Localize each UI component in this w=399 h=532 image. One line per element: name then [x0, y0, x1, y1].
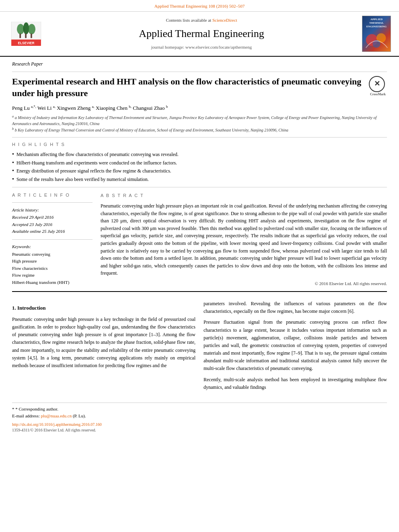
keyword-3: Flow characteristics	[12, 265, 93, 271]
received-date: Received 29 April 2016	[12, 214, 93, 221]
body-right-col: parameters involved. Revealing the influ…	[204, 300, 387, 394]
author-4: Xiaoping Chen b,	[96, 105, 132, 111]
highlight-text-2: Hilbert-Huang transform and experiments …	[16, 160, 177, 166]
top-bar: Applied Thermal Engineering 108 (2016) 5…	[0, 0, 399, 12]
author-5-sup: b	[166, 104, 168, 108]
author-3-sup: a,	[92, 104, 95, 108]
divider-keywords	[12, 239, 93, 240]
bullet-4: •	[12, 177, 14, 182]
journal-cover-image: APPLIEDTHERMALENGINEERING	[362, 16, 391, 52]
divider-body	[12, 291, 387, 292]
paper-title-text: Experimental research and HHT analysis o…	[12, 76, 361, 98]
bullet-1: •	[12, 152, 14, 157]
article-history: Article history: Received 29 April 2016 …	[12, 207, 93, 235]
body-right-para-2: Pressure fluctuation signal from the pne…	[204, 318, 387, 372]
highlight-item-3: • Energy distribution of pressure signal…	[12, 168, 387, 175]
issn-line: 1359-4311/© 2016 Elsevier Ltd. All right…	[12, 427, 387, 433]
bullet-3: •	[12, 168, 14, 174]
body-right-para-1: parameters involved. Revealing the influ…	[204, 300, 387, 315]
body-two-col: 1. Introduction Pneumatic conveying unde…	[12, 300, 387, 394]
highlight-text-3: Energy distribution of pressure signal r…	[16, 168, 171, 175]
corresponding-star: *	[12, 407, 14, 411]
crossmark-label: CrossMark	[369, 92, 387, 97]
body-left-col: 1. Introduction Pneumatic conveying unde…	[12, 300, 195, 394]
affiliation-b: b b Key Laboratory of Energy Thermal Con…	[12, 127, 387, 133]
journal-title: Applied Thermal Engineering	[139, 27, 264, 41]
elsevier-logo-svg: ELSEVIER	[10, 22, 42, 46]
affiliations: a a Ministry of Industry and Information…	[12, 114, 387, 134]
page: Applied Thermal Engineering 108 (2016) 5…	[0, 0, 399, 532]
detected-that: That	[304, 350, 313, 356]
journal-cover-area: APPLIEDTHERMALENGINEERING	[359, 16, 391, 52]
keyword-2: High pressure	[12, 258, 93, 264]
authors-line: Peng Lu a,*, Wei Li a, Xingwen Zheng a, …	[12, 104, 387, 112]
doi-anchor[interactable]: http://dx.doi.org/10.1016/j.applthermale…	[12, 422, 102, 427]
available-date: Available online 25 July 2016	[12, 228, 93, 235]
journal-reference[interactable]: Applied Thermal Engineering 108 (2016) 5…	[154, 4, 245, 8]
highlight-text-4: Some of the results have also been verif…	[16, 176, 149, 183]
crossmark-symbol: ✕	[374, 79, 380, 88]
divider-info	[12, 202, 93, 203]
author-3: Xingwen Zheng a,	[57, 105, 95, 111]
accepted-date: Accepted 23 July 2016	[12, 221, 93, 228]
sciencedirect-anchor[interactable]: ScienceDirect	[212, 18, 237, 23]
author-2-sup: a,	[53, 104, 56, 108]
affiliation-a: a a Ministry of Industry and Information…	[12, 114, 387, 127]
paper-type: Research Paper	[12, 61, 387, 68]
author-5: Changsui Zhao b	[133, 105, 168, 111]
author-4-sup: b,	[129, 104, 132, 108]
svg-rect-6	[31, 34, 32, 38]
svg-text:ELSEVIER: ELSEVIER	[18, 41, 34, 45]
article-info-col: A R T I C L E I N F O Article history: R…	[12, 192, 93, 287]
highlight-item-1: • Mechanism affecting the flow character…	[12, 151, 387, 158]
email-link[interactable]: plu@nuaa.edu.cn	[41, 413, 72, 418]
body-right-para-3: Recently, multi-scale analysis method ha…	[204, 376, 387, 391]
author-2: Wei Li a,	[37, 105, 56, 111]
journal-homepage: journal homepage: www.elsevier.com/locat…	[151, 44, 252, 50]
main-content: Research Paper Experimental research and…	[0, 57, 399, 437]
keyword-4: Flow regime	[12, 272, 93, 278]
highlight-text-1: Mechanism affecting the flow characteris…	[16, 151, 179, 158]
highlight-item-4: • Some of the results have also been ver…	[12, 176, 387, 183]
abstract-header: A B S T R A C T	[101, 192, 387, 199]
body-left-para-1: Pneumatic conveying under high pressure …	[12, 316, 195, 370]
svg-rect-4	[19, 34, 21, 38]
highlights-list: • Mechanism affecting the flow character…	[12, 151, 387, 183]
svg-point-1	[17, 24, 24, 35]
article-abstract-row: A R T I C L E I N F O Article history: R…	[12, 192, 387, 287]
email-note: E-mail address: plu@nuaa.edu.cn (P. Lu).	[12, 413, 387, 419]
keywords-section: Keywords: Pneumatic conveying High press…	[12, 244, 93, 286]
body-section: 1. Introduction Pneumatic conveying unde…	[12, 300, 387, 394]
history-label: Article history:	[12, 207, 93, 214]
divider-2	[12, 137, 387, 138]
section-1-title: 1. Introduction	[12, 304, 195, 312]
abstract-text: Pneumatic conveying under high pressure …	[101, 202, 387, 277]
crossmark-circle: ✕	[369, 76, 385, 92]
highlights-section: H I G H L I G H T S • Mechanism affectin…	[12, 142, 387, 183]
journal-info-center: Contents lists available at ScienceDirec…	[48, 16, 355, 52]
crossmark-badge: ✕ CrossMark	[369, 76, 387, 94]
elsevier-logo-area: ELSEVIER	[8, 16, 44, 52]
author-1: Peng Lu a,*,	[12, 105, 36, 111]
footnote-area: * * Corresponding author. E-mail address…	[12, 403, 387, 433]
highlights-header: H I G H L I G H T S	[12, 142, 387, 148]
keywords-header: Keywords:	[12, 244, 93, 250]
cover-title-text: APPLIEDTHERMALENGINEERING	[366, 18, 387, 29]
copyright-text: © 2016 Elsevier Ltd. All rights reserved…	[101, 280, 387, 287]
cover-decoration	[364, 30, 389, 50]
sciencedirect-link: Contents lists available at ScienceDirec…	[166, 17, 237, 23]
article-info-header: A R T I C L E I N F O	[12, 192, 93, 198]
author-1-sup: a,*,	[31, 104, 36, 108]
keyword-5: Hilbert-Huang transform (HHT)	[12, 279, 93, 286]
divider-1	[12, 72, 387, 72]
keyword-1: Pneumatic conveying	[12, 251, 93, 257]
detected-the: the	[161, 363, 167, 368]
svg-rect-5	[25, 34, 27, 38]
corresponding-author-note: * * Corresponding author.	[12, 406, 387, 412]
svg-point-3	[28, 24, 35, 35]
divider-3	[12, 187, 387, 187]
bullet-2: •	[12, 160, 14, 166]
journal-header: ELSEVIER Contents lists available at Sci…	[0, 12, 399, 57]
doi-link: http://dx.doi.org/10.1016/j.applthermale…	[12, 422, 387, 427]
paper-title-container: Experimental research and HHT analysis o…	[12, 76, 387, 99]
